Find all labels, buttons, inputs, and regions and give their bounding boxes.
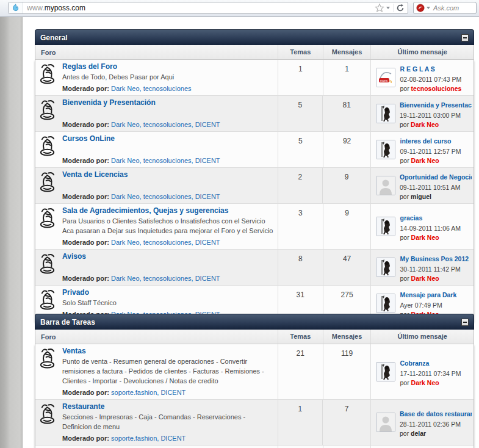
last-thread-link[interactable]: interes del curso [400,137,451,145]
forum-cell: ComprasOrden de compra - Compra - Devolu… [35,446,278,448]
collapse-button[interactable] [461,319,469,326]
forum-icon [38,170,59,200]
last-message-date: 09-11-2011 10:51 AM [400,184,472,191]
last-poster-avatar[interactable] [376,140,395,159]
last-thread-link[interactable]: Oportunidad de Negocio [400,173,472,181]
last-message-info: Bienvenida y Presentacion19-11-2011 03:0… [400,99,472,128]
moderator-links[interactable]: Dark Neo, tecnosoluciones, DICENT [111,157,220,164]
reload-icon[interactable] [396,4,405,12]
forum-title-link[interactable]: Avisos [62,252,274,261]
moderators-line: Moderado por: Dark Neo, tecnosoluciones,… [62,272,274,282]
last-poster-link[interactable]: miguel [411,193,431,200]
forum-row: Venta de LicenciasModerado por: Dark Neo… [35,168,474,204]
last-poster-link[interactable]: Dark Neo [411,275,439,282]
last-poster-link[interactable]: Dark Neo [411,157,439,164]
last-poster-line: por Dark Neo [400,157,472,164]
moderator-links[interactable]: Dark Neo, tecnosoluciones, DICENT [111,239,220,246]
address-bar[interactable]: www.myposs.com [8,2,408,14]
moderator-links[interactable]: Dark Neo, tecnosoluciones, DICENT [111,121,220,128]
last-thread-link[interactable]: gracias [400,214,422,222]
last-poster-link[interactable]: Dark Neo [411,379,439,386]
temas-count: 2 [278,168,323,203]
moderator-links[interactable]: Dark Neo, tecnosoluciones, DICENT [111,275,220,282]
last-poster-avatar[interactable] [376,258,395,277]
moderator-links[interactable]: soporte.fashion, DICENT [111,435,185,442]
last-poster-avatar[interactable] [376,294,395,313]
last-thread-link[interactable]: Bienvenida y Presentacion [400,101,472,109]
category-header: Barra de Tareas [35,314,474,330]
temas-count: 5 [278,132,323,167]
last-message-date: 30-11-2011 11:42 PM [400,266,472,273]
url-text[interactable]: www.myposs.com [27,4,375,12]
por-label: por [400,85,411,92]
urlbar-buttons [375,3,408,13]
last-thread-link[interactable]: Cobranza [400,359,429,367]
bookmark-star-icon[interactable] [375,3,384,13]
moderated-by-label: Moderado por: [62,435,111,442]
last-poster-avatar[interactable]: mons [376,68,395,87]
collapse-button[interactable] [461,34,469,42]
last-poster-avatar[interactable] [376,362,395,381]
last-poster-link[interactable]: Dark Neo [411,121,439,128]
column-foro: Foro [35,49,278,56]
moderators-line: Moderado por: Dark Neo, tecnosoluciones,… [62,154,274,164]
last-thread-link[interactable]: Mensaje para Dark [400,291,456,298]
moderator-links[interactable]: soporte.fashion, DICENT [111,389,185,396]
last-poster-avatar[interactable] [376,176,395,195]
forum-title-link[interactable]: Venta de Licencias [62,170,274,179]
last-message-date: 09-11-2011 12:57 PM [400,148,472,155]
minus-icon [463,322,467,323]
last-poster-link[interactable]: Dark Neo [411,234,439,241]
search-engine-caret-icon[interactable] [427,7,430,9]
temas-count: 5 [278,96,323,131]
last-thread-link[interactable]: My Business Pos 2012 [400,255,469,262]
moderator-links[interactable]: Dark Neo, tecnosoluciones [111,85,191,92]
forum-title-link[interactable]: Bienvenida y Presentación [62,98,274,107]
category-title[interactable]: General [40,34,68,42]
last-poster-link[interactable]: tecnosoluciones [411,85,462,92]
mensajes-count: 7 [322,400,370,445]
last-thread-link[interactable]: R E G L A S [400,65,434,73]
last-poster-avatar[interactable] [376,104,395,123]
forum-description: Para Usuarios o Clientes Satisfechos o I… [62,217,274,236]
column-mensajes: Mensajes [323,45,371,59]
category-title[interactable]: Barra de Tareas [40,318,95,327]
bookmark-caret-icon[interactable] [386,7,390,9]
forum-row: AvisosModerado por: Dark Neo, tecnosoluc… [35,250,474,286]
forum-title-link[interactable]: Ventas [62,347,274,355]
search-box[interactable]: Ask.com [413,2,477,14]
forum-cell: Sala de Agradecimientos, Quejas y sugere… [35,204,278,249]
last-poster-link[interactable]: delar [411,430,426,437]
forum-title-link[interactable]: Reglas del Foro [62,62,274,71]
site-favicon-icon [9,2,23,13]
urlbar-divider [394,4,394,12]
last-thread-link[interactable]: Base de datos restaurante... [400,410,472,417]
forum-info: Cursos OnLineModerado por: Dark Neo, tec… [62,134,274,164]
temas-count: 3 [278,204,323,249]
last-message-info: R E G L A S02-08-2011 07:43 PMpor tecnos… [400,63,472,92]
last-poster-line: por miguel [400,193,472,200]
column-temas: Temas [278,45,323,59]
forum-icon [38,206,59,246]
forum-title-link[interactable]: Privado [62,288,274,297]
forum-title-link[interactable]: Restaurante [62,402,274,411]
last-message-info: gracias14-09-2011 11:06 AMpor Dark Neo [400,212,472,241]
last-poster-avatar[interactable] [376,217,395,236]
last-message-cell: monsR E G L A S02-08-2011 07:43 PMpor te… [370,60,474,95]
moderated-by-label: Moderado por: [62,389,111,396]
moderated-by-label: Moderado por: [62,239,111,246]
last-poster-avatar[interactable] [376,413,395,432]
forum-table: Reglas del ForoAntes de Todo, Debes Pasa… [35,60,474,322]
forum-title-link[interactable]: Sala de Agradecimientos, Quejas y sugere… [62,206,274,215]
por-label: por [400,234,411,241]
forum-info: VentasPunto de venta - Resumen general d… [62,347,274,396]
forum-title-link[interactable]: Cursos OnLine [62,134,274,143]
forum-table: VentasPunto de venta - Resumen general d… [35,344,474,448]
search-engine-icon[interactable] [416,4,425,12]
forum-icon [38,98,59,128]
moderator-links[interactable]: Dark Neo, tecnosoluciones, DICENT [111,193,220,200]
search-input[interactable]: Ask.com [433,4,459,12]
last-message-date: 28-11-2011 02:36 PM [400,421,472,428]
moderators-line: Moderado por: soporte.fashion, DICENT [62,386,274,396]
mensajes-count: 1 [323,60,371,95]
